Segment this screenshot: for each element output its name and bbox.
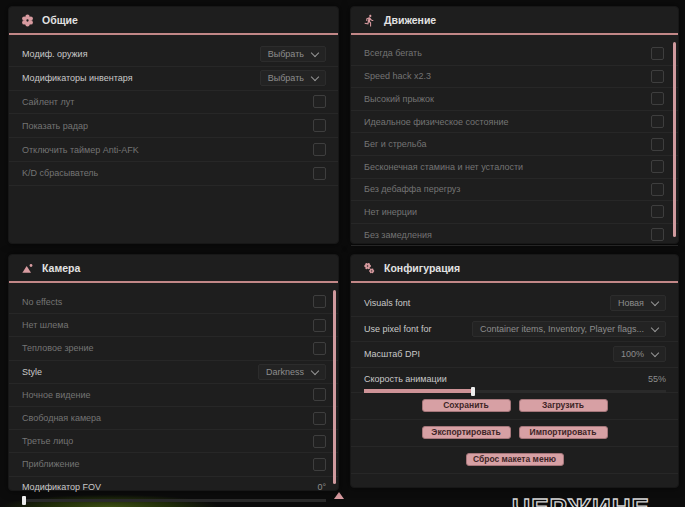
- row-label: Приближение: [22, 459, 80, 469]
- checkbox[interactable]: [651, 183, 664, 196]
- row-weapon-mod: Модиф. оружия Выбрать: [9, 42, 338, 66]
- animation-speed-value: 55%: [648, 374, 666, 384]
- reset-layout-button[interactable]: Сброс макета меню: [466, 453, 564, 466]
- chevron-down-icon: [311, 366, 319, 374]
- row-label: Без дебаффа перегруз: [364, 184, 460, 194]
- slider-track[interactable]: [22, 499, 326, 502]
- save-button[interactable]: Сохранить: [422, 399, 511, 412]
- checkbox[interactable]: [313, 342, 326, 355]
- game-mod-menu-screen: ЧЕРЖИНЕ Общие Модиф. оружия Выбрать: [0, 0, 685, 507]
- checkbox[interactable]: [313, 435, 326, 448]
- chevron-down-icon: [651, 298, 659, 306]
- row-label: Style: [22, 367, 42, 377]
- panel-header-movement[interactable]: Движение: [351, 7, 678, 35]
- slider-handle[interactable]: [22, 496, 26, 505]
- checkbox[interactable]: [313, 295, 326, 308]
- checkbox[interactable]: [313, 95, 326, 108]
- row-pixel-font: Use pixel font for Container items, Inve…: [351, 316, 678, 342]
- panel-title: Движение: [384, 14, 436, 26]
- chevron-down-icon: [311, 73, 319, 81]
- checkbox[interactable]: [651, 115, 664, 128]
- row-no-slowdown[interactable]: Без замедления: [351, 223, 678, 246]
- visuals-font-dropdown[interactable]: Новая: [610, 295, 666, 311]
- row-silent-loot[interactable]: Сайлент лут: [9, 90, 338, 114]
- row-label: Свободная камера: [22, 413, 101, 423]
- checkbox[interactable]: [651, 70, 664, 83]
- row-label: Бесконечная стамина и нет усталости: [364, 162, 523, 172]
- row-label: Идеальное физическое состояние: [364, 117, 509, 127]
- row-no-helmet[interactable]: Нет шлема: [9, 313, 338, 336]
- row-show-radar[interactable]: Показать радар: [9, 113, 338, 137]
- load-button[interactable]: Загрузить: [519, 399, 608, 412]
- row-always-run[interactable]: Всегда бегать: [351, 42, 678, 65]
- checkbox[interactable]: [313, 458, 326, 471]
- row-label: Speed hack x2.3: [364, 71, 431, 81]
- row-label: No effects: [22, 297, 62, 307]
- weapon-mod-dropdown[interactable]: Выбрать: [260, 46, 326, 62]
- panel-header-general[interactable]: Общие: [9, 7, 338, 35]
- checkbox[interactable]: [313, 388, 326, 401]
- row-thermal-vision[interactable]: Тепловое зрение: [9, 336, 338, 359]
- checkbox[interactable]: [651, 205, 664, 218]
- row-label: Ночное видение: [22, 390, 91, 400]
- import-button[interactable]: Импортировать: [519, 426, 608, 439]
- image-icon: [21, 262, 34, 275]
- inventory-mods-dropdown[interactable]: Выбрать: [260, 70, 326, 86]
- runner-icon: [363, 14, 376, 27]
- checkbox[interactable]: [313, 143, 326, 156]
- row-night-vision[interactable]: Ночное видение: [9, 383, 338, 406]
- dropdown-value: 100%: [621, 349, 644, 359]
- row-kd-resetter[interactable]: K/D сбрасыватель: [9, 161, 338, 185]
- style-dropdown[interactable]: Darkness: [258, 364, 326, 380]
- row-anti-afk-timer[interactable]: Отключить таймер Anti-AFK: [9, 137, 338, 161]
- panel-general: Общие Модиф. оружия Выбрать Модификаторы…: [8, 6, 339, 244]
- checkbox[interactable]: [651, 228, 664, 241]
- pixel-font-dropdown[interactable]: Container items, Inventory, Player flags…: [472, 321, 666, 337]
- checkbox[interactable]: [313, 167, 326, 180]
- row-label: Высокий прыжок: [364, 94, 434, 104]
- row-dpi-scale: Масштаб DPI 100%: [351, 341, 678, 367]
- dpi-scale-dropdown[interactable]: 100%: [613, 346, 666, 362]
- row-no-overload-debuff[interactable]: Без дебаффа перегруз: [351, 178, 678, 201]
- row-high-jump[interactable]: Высокий прыжок: [351, 87, 678, 110]
- flower-icon: [21, 14, 34, 27]
- export-button[interactable]: Экспортировать: [422, 426, 511, 439]
- row-infinite-stamina[interactable]: Бесконечная стамина и нет усталости: [351, 155, 678, 178]
- scrollbar[interactable]: [673, 42, 676, 237]
- row-perfect-condition[interactable]: Идеальное физическое состояние: [351, 110, 678, 133]
- button-row-export-import: Экспортировать Импортировать: [351, 419, 678, 446]
- row-label: Бег и стрельба: [364, 139, 426, 149]
- checkbox[interactable]: [651, 47, 664, 60]
- row-inventory-mods: Модификаторы инвентаря Выбрать: [9, 66, 338, 90]
- row-label: Visuals font: [364, 298, 410, 308]
- row-free-camera[interactable]: Свободная камера: [9, 406, 338, 429]
- row-speed-hack[interactable]: Speed hack x2.3: [351, 65, 678, 88]
- checkbox[interactable]: [313, 412, 326, 425]
- row-label: Сайлент лут: [22, 97, 74, 107]
- row-label: K/D сбрасыватель: [22, 168, 98, 178]
- row-label: Модиф. оружия: [22, 49, 88, 59]
- panel-title: Камера: [42, 262, 80, 274]
- row-label: Третье лицо: [22, 436, 73, 446]
- row-third-person[interactable]: Третье лицо: [9, 429, 338, 452]
- row-no-inertia[interactable]: Нет инерции: [351, 200, 678, 223]
- checkbox[interactable]: [651, 92, 664, 105]
- panel-header-config[interactable]: Конфигурация: [351, 255, 678, 283]
- checkbox[interactable]: [651, 160, 664, 173]
- row-label: Нет инерции: [364, 207, 417, 217]
- checkbox[interactable]: [313, 119, 326, 132]
- slider-handle[interactable]: [471, 387, 475, 396]
- fov-slider[interactable]: [22, 496, 326, 505]
- dropdown-value: Container items, Inventory, Player flags…: [480, 324, 644, 334]
- scrollbar[interactable]: [333, 290, 336, 484]
- row-run-and-shoot[interactable]: Бег и стрельба: [351, 132, 678, 155]
- checkbox[interactable]: [313, 319, 326, 332]
- checkbox[interactable]: [651, 138, 664, 151]
- row-label: Скорость анимации: [364, 374, 447, 384]
- row-label: Нет шлема: [22, 320, 69, 330]
- dropdown-value: Новая: [618, 298, 644, 308]
- row-no-effects[interactable]: No effects: [9, 290, 338, 313]
- row-zoom[interactable]: Приближение: [9, 452, 338, 475]
- animation-speed-slider[interactable]: [364, 387, 666, 396]
- panel-header-camera[interactable]: Камера: [9, 255, 338, 283]
